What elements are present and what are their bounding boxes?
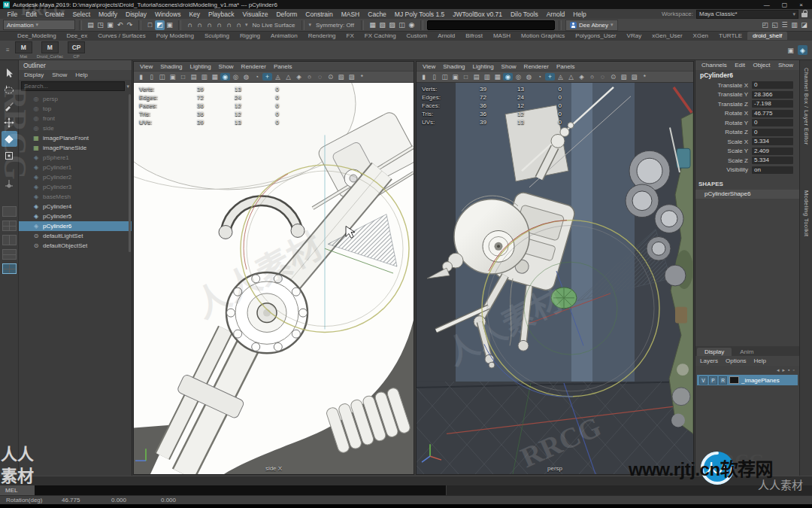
search-input[interactable] (21, 81, 125, 91)
viewport-menu-item[interactable]: Renderer (524, 63, 549, 70)
channel-box-menu-item[interactable]: Show (778, 62, 793, 68)
menu-item[interactable]: MJ Poly Tools 1.5 (390, 11, 448, 18)
shelf-editor-icon[interactable]: ▣ (786, 45, 795, 55)
layer-toggle[interactable]: P (709, 376, 717, 385)
channel-value-field[interactable]: 0 (752, 129, 793, 136)
layer-action-icon[interactable]: ▪ (788, 367, 789, 373)
channel-value-field[interactable]: on (752, 166, 793, 174)
viewport-menu-item[interactable]: Lighting (190, 63, 211, 70)
shelf-tab[interactable]: Custom (401, 32, 433, 40)
viewport-toolbar-icon[interactable]: ▣ (168, 73, 177, 81)
viewport-toolbar-icon[interactable]: ◎ (231, 73, 241, 81)
shelf-collapse-icon[interactable]: ≡ (6, 47, 10, 53)
viewport-toolbar-icon[interactable]: * (640, 73, 650, 81)
menu-item[interactable]: JWToolBox v0.71 (449, 11, 507, 18)
range-slider-bar[interactable] (0, 476, 812, 486)
viewport-menu-item[interactable]: Show (501, 63, 517, 70)
channel-attribute-row[interactable]: Rotate Z 0 (695, 128, 799, 138)
selected-object-name[interactable]: pCylinder6 (695, 70, 799, 81)
shelf-tab[interactable]: XGen (688, 32, 714, 40)
render-icon[interactable]: ◫ (397, 20, 407, 30)
list-item[interactable]: imagePlaneSide (19, 143, 132, 153)
tab-channel-box[interactable]: Channel Box / Layer Editor (803, 68, 810, 145)
shelf-tab[interactable]: Curves / Surfaces (92, 32, 151, 40)
viewport-toolbar-icon[interactable]: ⊙ (326, 73, 335, 81)
shelf-tab[interactable]: Bifrost (460, 32, 488, 40)
list-item[interactable]: defaultObjectSet (19, 241, 132, 251)
list-item[interactable]: pCylinder4 (19, 202, 132, 211)
command-result-field[interactable] (446, 485, 812, 495)
shelf-tab[interactable]: Dee_ex (62, 32, 93, 40)
viewport-toolbar-icon[interactable]: ◌ (315, 73, 325, 81)
viewport-toolbar-icon[interactable]: △ (566, 73, 576, 81)
menu-item[interactable]: Dilo Tools (506, 11, 542, 18)
list-item[interactable]: imagePlaneFront (19, 133, 132, 143)
viewport-persp-canvas[interactable]: Verts:39130 Edges:72240 Faces:36120 Tris… (417, 83, 693, 474)
sidebar-toggle-icon[interactable]: ◰ (760, 20, 770, 30)
shelf-tab[interactable]: Arnold (432, 32, 460, 40)
menu-item[interactable]: Create (41, 11, 68, 18)
file-action-icon[interactable]: ↷ (125, 20, 135, 30)
menu-item[interactable]: Constrain (301, 11, 337, 18)
viewport-toolbar-icon[interactable]: ▤ (189, 73, 198, 81)
sidebar-toggle-icon[interactable]: ☰ (780, 20, 789, 30)
shelf-tab[interactable]: FX (341, 32, 359, 40)
list-item[interactable]: pCylinder1 (19, 163, 132, 172)
shelf-tab[interactable]: TURTLE (714, 32, 747, 40)
layer-action-icon[interactable]: ▸ (783, 367, 786, 373)
layout-two-pane-stacked-button[interactable] (2, 249, 17, 260)
list-item[interactable]: persp (19, 94, 132, 104)
viewport-toolbar-icon[interactable]: ⊙ (608, 73, 618, 81)
viewport-menu-item[interactable]: Panels (274, 63, 292, 70)
viewport-menu-item[interactable]: View (423, 63, 435, 70)
shape-node-name[interactable]: pCylinderShape6 (695, 190, 799, 199)
file-action-icon[interactable]: ◳ (95, 20, 105, 30)
menu-item[interactable]: Edit (22, 11, 41, 18)
list-item[interactable]: top (19, 104, 132, 114)
list-item[interactable]: pCylinder6 (19, 221, 132, 231)
layer-toggle[interactable]: V (699, 376, 707, 385)
channel-box-menu-item[interactable]: Edit (735, 62, 745, 68)
shelf-button[interactable]: M Mat (15, 41, 32, 59)
viewport-toolbar-icon[interactable]: ◬ (273, 73, 283, 81)
layer-editor-tab[interactable]: Display (697, 348, 732, 356)
list-item[interactable]: baseMesh (19, 192, 132, 202)
channel-box-menu-item[interactable]: Channels (701, 62, 727, 68)
channel-value-field[interactable]: 5.334 (752, 138, 793, 145)
menu-item[interactable]: Help (569, 11, 590, 18)
chevron-down-icon[interactable]: ▾ (245, 22, 248, 28)
filter-icon[interactable]: ▾ (126, 84, 129, 90)
symmetry-label[interactable]: Symmetry: Off (313, 22, 357, 29)
display-layer-row[interactable]: VPR _imagePlanes (697, 375, 798, 385)
viewport-menu-item[interactable]: Lighting (473, 63, 494, 70)
channel-box-menu-item[interactable]: Object (753, 62, 770, 68)
viewport-persp[interactable]: ViewShadingLightingShowRendererPanels ▮▯… (416, 61, 694, 475)
layer-action-icon[interactable]: ▫ (793, 367, 795, 373)
scrollbar[interactable] (129, 94, 131, 252)
menu-item[interactable]: Select (68, 11, 95, 18)
outliner-menu-item[interactable]: Show (52, 71, 67, 78)
panel-toggle-icon[interactable]: ◈ (798, 45, 807, 55)
shelf-tab[interactable]: Poly Modeling (151, 32, 199, 40)
selection-mask-icon[interactable]: □ (145, 20, 155, 30)
viewport-toolbar-icon[interactable]: ▥ (199, 73, 209, 81)
viewport-toolbar-icon[interactable]: ▨ (347, 73, 356, 81)
layer-action-icon[interactable]: ◂ (777, 367, 780, 373)
viewport-toolbar-icon[interactable]: ○ (587, 73, 597, 81)
viewport-toolbar-icon[interactable]: ◈ (294, 73, 304, 81)
channel-attribute-row[interactable]: Translate Z -7.198 (695, 99, 799, 109)
close-button[interactable]: × (799, 2, 803, 8)
list-item[interactable]: pCylinder3 (19, 182, 132, 192)
viewport-toolbar-icon[interactable]: ▥ (482, 73, 492, 81)
viewport-toolbar-icon[interactable]: * (357, 73, 367, 81)
channel-value-field[interactable]: 0 (752, 119, 793, 126)
render-icon[interactable]: ▨ (387, 20, 397, 30)
shelf-tab[interactable]: xGen_User (647, 32, 687, 40)
select-tool[interactable] (2, 65, 17, 81)
menu-item[interactable]: Arnold (542, 11, 569, 18)
menu-item[interactable]: File (3, 11, 22, 18)
viewport-side[interactable]: ViewShadingLightingShowRendererPanels ▮▯… (133, 61, 414, 475)
selection-mask-icon[interactable]: ◩ (155, 20, 165, 30)
viewport-toolbar-icon[interactable]: ◈ (577, 73, 586, 81)
viewport-toolbar-icon[interactable]: ▣ (450, 73, 460, 81)
